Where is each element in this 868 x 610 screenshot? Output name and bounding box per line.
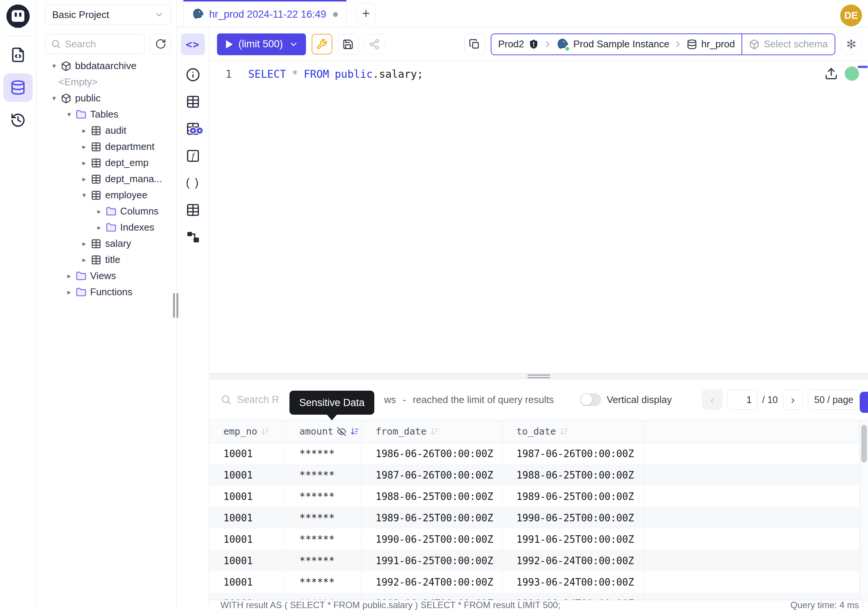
column-header-emp-no[interactable]: emp_no [209, 420, 285, 443]
cell-masked[interactable]: ****** [285, 550, 361, 571]
tree-caret[interactable]: ▾ [50, 94, 59, 102]
cell[interactable]: 1988-06-25T00:00:00Z [502, 464, 643, 486]
external-tables-panel-button[interactable] [185, 202, 201, 217]
tree-caret[interactable]: ▾ [65, 110, 74, 119]
sort-icon[interactable] [560, 427, 569, 436]
tree-item-table[interactable]: ▸salary [36, 236, 177, 251]
cell[interactable]: 1989-06-25T00:00:00Z [502, 486, 643, 507]
cell[interactable]: 1994-06-24T00:00:00Z [502, 593, 643, 600]
table-preview-button[interactable] [185, 121, 201, 137]
cell[interactable]: 10001 [209, 507, 285, 528]
cell[interactable]: 1992-06-24T00:00:00Z [502, 550, 643, 571]
table-row[interactable]: 10001******1987-06-26T00:00:00Z1988-06-2… [209, 464, 860, 486]
table-row[interactable]: 10001******1988-06-25T00:00:00Z1989-06-2… [209, 486, 860, 507]
table-row[interactable]: 10001******1990-06-25T00:00:00Z1991-06-2… [209, 528, 860, 550]
table-row[interactable]: 10001******1986-06-26T00:00:00Z1987-06-2… [209, 443, 860, 464]
cell[interactable]: 1989-06-25T00:00:00Z [361, 507, 502, 528]
code-line[interactable]: 1 SELECT*FROMpublic.salary; [209, 66, 868, 83]
table-row[interactable]: 10001******1991-06-25T00:00:00Z1992-06-2… [209, 550, 860, 571]
share-sheet-button[interactable] [364, 34, 385, 54]
results-resize-handle[interactable] [209, 373, 868, 379]
run-query-button[interactable]: (limit 500) [217, 33, 306, 55]
tree-caret[interactable]: ▸ [80, 175, 88, 183]
cell-masked[interactable]: ****** [285, 507, 361, 528]
app-logo[interactable] [6, 5, 29, 28]
cell[interactable]: 1991-06-25T00:00:00Z [361, 550, 502, 571]
clipped-action-button[interactable] [860, 392, 868, 413]
table-row[interactable]: 10001******1989-06-25T00:00:00Z1990-06-2… [209, 507, 860, 528]
tree-item-schema[interactable]: ▾public [36, 90, 177, 106]
cell[interactable]: 10001 [209, 528, 285, 550]
new-tab-button[interactable]: + [356, 3, 376, 24]
cell[interactable]: 1986-06-26T00:00:00Z [361, 443, 502, 464]
avatar[interactable]: DE [840, 5, 862, 26]
tree-item-database[interactable]: ▾bbdataarchive [36, 58, 177, 74]
cell[interactable]: 1988-06-25T00:00:00Z [361, 486, 502, 507]
tree-item-table[interactable]: ▸title [36, 251, 177, 268]
tree-caret[interactable]: ▾ [50, 62, 59, 70]
procedures-panel-button[interactable]: ( ) [185, 175, 201, 191]
cell[interactable]: 1991-06-25T00:00:00Z [502, 528, 643, 550]
tree-item-table[interactable]: ▸dept_emp [36, 155, 177, 171]
tree-caret[interactable]: ▸ [80, 239, 88, 248]
format-sql-button[interactable] [312, 34, 332, 54]
tree-item-functions[interactable]: ▸Functions [36, 284, 177, 300]
chevron-down-icon[interactable] [289, 39, 298, 49]
sidebar-search[interactable] [45, 34, 144, 54]
sidebar-resize-handle[interactable] [173, 293, 178, 318]
tree-item-table[interactable]: ▾employee [36, 187, 177, 203]
sort-icon[interactable] [260, 427, 270, 436]
prev-page-button[interactable]: ‹ [702, 390, 722, 410]
cell-masked[interactable]: ****** [285, 528, 361, 550]
cell-masked[interactable]: ****** [285, 486, 361, 507]
next-page-button[interactable]: › [783, 390, 803, 410]
column-header-from-date[interactable]: from_date [361, 420, 502, 443]
sql-editor-mode-button[interactable]: <> [181, 33, 205, 55]
tree-caret[interactable]: ▸ [80, 255, 88, 264]
tree-item-views[interactable]: ▸Views [36, 268, 177, 284]
schema-selector[interactable]: Select schema [742, 34, 835, 54]
upload-icon[interactable] [825, 67, 838, 81]
batch-query-button[interactable] [464, 34, 485, 54]
table-row[interactable]: 10001******1992-06-24T00:00:00Z1993-06-2… [209, 571, 860, 593]
cell[interactable]: 10001 [209, 593, 285, 600]
cell-masked[interactable]: ****** [285, 464, 361, 486]
rail-item-worksheets[interactable] [3, 40, 33, 69]
results-scrollbar[interactable] [860, 420, 868, 600]
cell[interactable]: 1990-06-25T00:00:00Z [502, 507, 643, 528]
tab-worksheet[interactable]: hr_prod 2024-11-22 16:49 [183, 0, 347, 27]
cell[interactable]: 1987-06-26T00:00:00Z [502, 443, 643, 464]
rail-item-history[interactable] [3, 106, 33, 135]
cell[interactable]: 10001 [209, 550, 285, 571]
tables-panel-button[interactable] [185, 94, 201, 109]
cell[interactable]: 10001 [209, 443, 285, 464]
info-panel-button[interactable] [185, 67, 201, 82]
sql-code-editor[interactable]: 1 SELECT*FROMpublic.salary; [209, 61, 868, 373]
column-header-amount[interactable]: amount [285, 420, 361, 443]
tree-caret[interactable]: ▸ [65, 272, 74, 280]
page-number-input[interactable] [727, 390, 757, 410]
tree-caret[interactable]: ▸ [80, 126, 88, 135]
sort-icon[interactable] [430, 427, 439, 436]
cell-masked[interactable]: ****** [285, 571, 361, 593]
cell-masked[interactable]: ****** [285, 593, 361, 600]
tree-item-table[interactable]: ▸department [36, 139, 177, 155]
cell[interactable]: 1987-06-26T00:00:00Z [361, 464, 502, 486]
ai-assistant-button[interactable]: ✻ [841, 34, 862, 54]
rail-item-databases[interactable] [3, 73, 33, 102]
cell[interactable]: 1990-06-25T00:00:00Z [361, 528, 502, 550]
tree-caret[interactable]: ▸ [95, 223, 104, 232]
cell-masked[interactable]: ****** [285, 443, 361, 464]
cell[interactable]: 1993-06-24T00:00:00Z [361, 593, 502, 600]
cell[interactable]: 1992-06-24T00:00:00Z [361, 571, 502, 593]
vertical-display-toggle[interactable] [580, 393, 601, 406]
refresh-schema-button[interactable] [150, 34, 171, 54]
project-selector[interactable]: Basic Project [45, 5, 171, 25]
page-size-button[interactable]: 50 / page [808, 390, 860, 410]
cell[interactable]: 1993-06-24T00:00:00Z [502, 571, 643, 593]
tree-item-table[interactable]: ▸audit [36, 123, 177, 139]
sort-icon[interactable] [350, 427, 359, 436]
tree-caret[interactable]: ▸ [65, 288, 74, 296]
tree-caret[interactable]: ▸ [80, 142, 88, 151]
tree-item-indexes[interactable]: ▸Indexes [36, 219, 177, 236]
